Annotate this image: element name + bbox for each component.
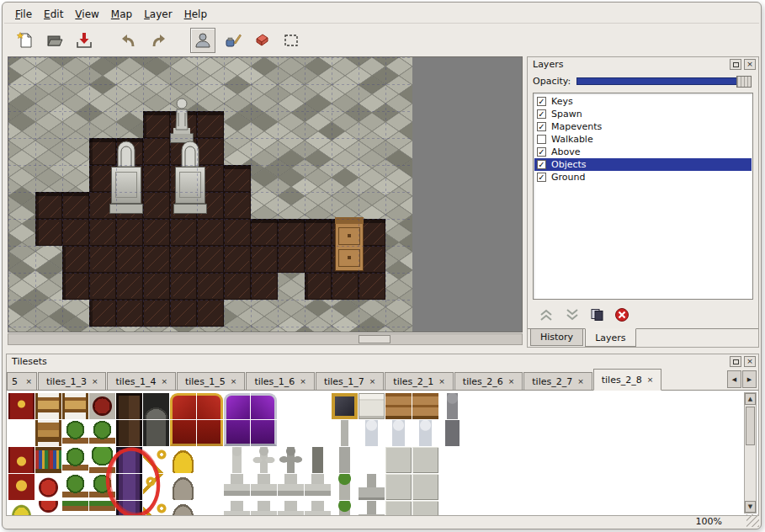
scroll-up-button[interactable]: ▲ [745, 393, 756, 405]
tileset-tile[interactable] [278, 393, 304, 419]
map-canvas[interactable] [8, 57, 522, 332]
map-hscrollbar[interactable] [8, 333, 523, 345]
tileset-tile[interactable] [332, 501, 358, 515]
tileset-tile[interactable] [439, 447, 465, 473]
tileset-tile-purple-door[interactable] [116, 501, 142, 515]
undo-button[interactable] [116, 28, 141, 53]
tileset-tile[interactable] [143, 447, 169, 473]
tileset-tile[interactable] [251, 447, 277, 473]
tileset-tile[interactable] [251, 393, 277, 419]
resize-grip[interactable] [746, 514, 759, 527]
tileset-tile[interactable] [278, 447, 304, 473]
tileset-tile[interactable] [332, 447, 358, 473]
menu-item-help[interactable]: Help [178, 6, 213, 23]
tab-close-icon[interactable]: × [92, 377, 98, 386]
tileset-tile[interactable] [385, 501, 412, 515]
tileset-tile[interactable] [8, 447, 35, 473]
tileset-tile[interactable] [8, 474, 35, 500]
map-hscrollbar-handle[interactable] [359, 335, 390, 343]
layer-row-keys[interactable]: ✓Keys [534, 95, 752, 108]
tileset-tile-purple-door[interactable] [116, 447, 142, 473]
tab-close-icon[interactable]: × [577, 377, 584, 386]
tileset-tile[interactable] [305, 393, 331, 419]
layers-close-button[interactable]: × [744, 59, 756, 70]
tileset-tile[interactable] [116, 420, 142, 446]
menu-item-view[interactable]: View [69, 6, 104, 23]
layer-row-mapevents[interactable]: ✓Mapevents [534, 120, 752, 133]
tileset-tab-tiles_1_7[interactable]: tiles_1_7× [316, 372, 384, 390]
tab-close-icon[interactable]: × [161, 377, 167, 386]
layer-row-objects[interactable]: ✓Objects [534, 158, 752, 171]
tileset-tile[interactable] [359, 447, 385, 473]
tileset-tile[interactable] [89, 447, 115, 473]
tileset-tile[interactable] [197, 447, 223, 473]
layer-row-walkable[interactable]: Walkable [534, 133, 752, 146]
tileset-tile[interactable] [251, 474, 277, 500]
tileset-tile[interactable] [35, 420, 61, 446]
tileset-tile[interactable] [143, 474, 169, 500]
tileset-tile[interactable] [412, 474, 438, 500]
tileset-tile[interactable] [224, 447, 250, 473]
tileset-tile[interactable] [116, 393, 142, 419]
tileset-tile[interactable] [412, 420, 438, 446]
tileset-tile[interactable] [170, 447, 196, 473]
tileset-tile[interactable] [385, 393, 412, 419]
tileset-tile[interactable] [224, 420, 250, 446]
panel-tab-history[interactable]: History [530, 329, 583, 346]
new-file-button[interactable] [13, 28, 38, 53]
delete-layer-button[interactable] [614, 307, 630, 325]
tileset-tile[interactable] [439, 393, 465, 419]
layer-visibility-checkbox[interactable]: ✓ [537, 109, 546, 119]
opacity-slider-handle[interactable] [736, 76, 752, 88]
tileset-tile[interactable] [278, 420, 304, 446]
tileset-tab-tiles_2_8[interactable]: tiles_2_8× [593, 369, 661, 391]
tileset-tab-tiles_2_7[interactable]: tiles_2_7× [523, 372, 592, 390]
layer-row-ground[interactable]: ✓Ground [534, 171, 752, 184]
panel-tab-layers[interactable]: Layers [585, 328, 635, 347]
tileset-tile[interactable] [197, 501, 223, 515]
selection-tool-button[interactable] [279, 28, 304, 53]
eraser-tool-button[interactable] [249, 28, 274, 53]
tileset-tile[interactable] [35, 474, 61, 500]
tileset-tile[interactable] [359, 393, 385, 419]
tab-close-icon[interactable]: × [369, 377, 376, 386]
menu-item-layer[interactable]: Layer [138, 6, 178, 23]
redo-button[interactable] [146, 28, 171, 53]
tileset-vscrollbar-handle[interactable] [746, 407, 755, 445]
tileset-tab-tiles_1_5[interactable]: tiles_1_5× [177, 372, 245, 390]
save-button[interactable] [72, 28, 97, 53]
tileset-tile[interactable] [8, 393, 35, 419]
tileset-tile[interactable] [143, 393, 169, 419]
layer-visibility-checkbox[interactable]: ✓ [537, 147, 546, 157]
tileset-tile[interactable] [170, 420, 196, 446]
tileset-tile[interactable] [251, 501, 277, 515]
layer-row-spawn[interactable]: ✓Spawn [534, 108, 752, 120]
player-tool-button[interactable] [190, 28, 215, 53]
tileset-tile[interactable] [385, 447, 412, 473]
tileset-tile[interactable] [62, 474, 88, 500]
raise-layer-button[interactable] [538, 308, 555, 324]
tileset-tile[interactable] [35, 447, 61, 473]
open-file-button[interactable] [42, 28, 67, 53]
tileset-tile[interactable] [332, 393, 358, 419]
tab-close-icon[interactable]: × [508, 377, 515, 386]
tab-close-icon[interactable]: × [438, 377, 445, 386]
tileset-tile[interactable] [305, 447, 331, 473]
tileset-tab-tiles_1_6[interactable]: tiles_1_6× [246, 372, 314, 390]
tileset-tab-tiles_1_3[interactable]: tiles_1_3× [38, 372, 106, 390]
tileset-tile[interactable] [170, 474, 196, 500]
tileset-tile[interactable] [170, 501, 196, 515]
tileset-tile[interactable] [305, 420, 331, 446]
tileset-tile[interactable] [89, 393, 115, 419]
tileset-tile[interactable] [8, 501, 35, 515]
tileset-tile[interactable] [8, 420, 35, 446]
tileset-tile[interactable] [305, 501, 331, 515]
tileset-tile[interactable] [412, 447, 438, 473]
tileset-tile[interactable] [224, 501, 250, 515]
scroll-down-button[interactable]: ▼ [745, 501, 756, 513]
tileset-tile[interactable] [278, 501, 304, 515]
duplicate-layer-button[interactable] [590, 308, 605, 324]
tileset-tile[interactable] [412, 501, 438, 515]
lower-layer-button[interactable] [564, 308, 581, 324]
layer-visibility-checkbox[interactable]: ✓ [537, 97, 546, 106]
